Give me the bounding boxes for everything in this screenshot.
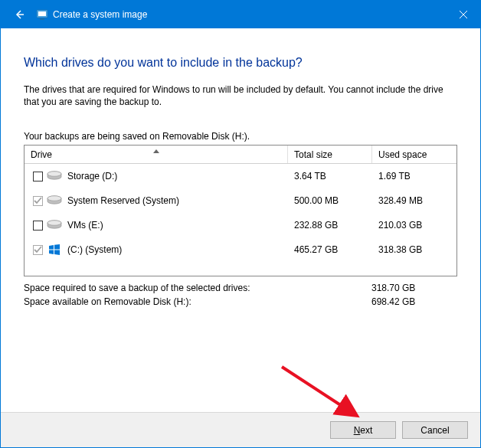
next-button-label-rest: ext: [360, 425, 372, 436]
window-title: Create a system image: [53, 9, 147, 20]
table-header: Drive Total size Used space: [25, 146, 456, 164]
page-heading: Which drives do you want to include in t…: [24, 56, 457, 70]
next-button[interactable]: Next: [330, 421, 396, 439]
drive-icon: [44, 195, 64, 206]
drive-icon: [44, 220, 64, 231]
drive-total-size: 3.64 TB: [288, 171, 372, 181]
column-header-used[interactable]: Used space: [372, 146, 456, 163]
page-description: The drives that are required for Windows…: [24, 83, 457, 108]
space-available-value: 698.42 GB: [371, 296, 456, 307]
space-summary: Space required to save a backup of the s…: [24, 281, 457, 309]
drive-name: System Reserved (System): [64, 195, 288, 206]
svg-point-11: [47, 221, 61, 225]
drive-used-space: 318.38 GB: [372, 244, 456, 255]
drive-name: VMs (E:): [64, 220, 288, 231]
drive-used-space: 1.69 TB: [372, 171, 456, 181]
drive-total-size: 500.00 MB: [288, 195, 372, 206]
column-header-used-label: Used space: [378, 149, 427, 160]
column-header-total[interactable]: Total size: [288, 146, 372, 163]
drive-checkbox[interactable]: [33, 172, 43, 181]
column-header-total-label: Total size: [294, 149, 332, 160]
table-row: (C:) (System)465.27 GB318.38 GB: [25, 237, 456, 262]
button-bar: Next Cancel: [1, 412, 480, 447]
table-row: Storage (D:)3.64 TB1.69 TB: [25, 164, 456, 188]
close-button[interactable]: [446, 1, 480, 28]
app-icon: [36, 8, 48, 21]
table-row: System Reserved (System)500.00 MB328.49 …: [25, 188, 456, 213]
space-required-value: 318.70 GB: [371, 283, 456, 293]
drive-table: Drive Total size Used space Storage (D:)…: [24, 145, 457, 276]
titlebar: Create a system image: [1, 1, 480, 28]
drive-total-size: 232.88 GB: [288, 220, 372, 231]
back-button[interactable]: [8, 4, 30, 25]
space-available-label: Space available on Removable Disk (H:):: [24, 296, 191, 307]
drive-name: Storage (D:): [64, 171, 288, 181]
drive-checkbox[interactable]: [33, 221, 43, 231]
sort-indicator-icon: [153, 145, 159, 155]
drive-used-space: 328.49 MB: [372, 195, 456, 206]
drive-checkbox: [33, 196, 43, 206]
svg-rect-2: [38, 11, 46, 16]
drive-icon: [44, 171, 64, 181]
table-row: VMs (E:)232.88 GB210.03 GB: [25, 213, 456, 237]
drive-checkbox: [33, 245, 43, 255]
wizard-page: Which drives do you want to include in t…: [1, 28, 480, 309]
svg-rect-3: [40, 18, 44, 20]
column-header-drive-label: Drive: [31, 149, 52, 160]
svg-line-12: [282, 367, 355, 414]
drive-used-space: 210.03 GB: [372, 220, 456, 231]
cancel-button[interactable]: Cancel: [402, 421, 468, 439]
svg-point-9: [47, 196, 61, 201]
arrow-left-icon: [13, 8, 25, 21]
space-required-label: Space required to save a backup of the s…: [24, 283, 250, 293]
column-header-drive[interactable]: Drive: [25, 146, 288, 163]
windows-drive-icon: [44, 244, 64, 256]
close-icon: [459, 10, 468, 19]
svg-point-7: [47, 172, 61, 176]
saving-destination-label: Your backups are being saved on Removabl…: [24, 131, 457, 142]
drive-total-size: 465.27 GB: [288, 244, 372, 255]
drive-name: (C:) (System): [64, 244, 288, 255]
